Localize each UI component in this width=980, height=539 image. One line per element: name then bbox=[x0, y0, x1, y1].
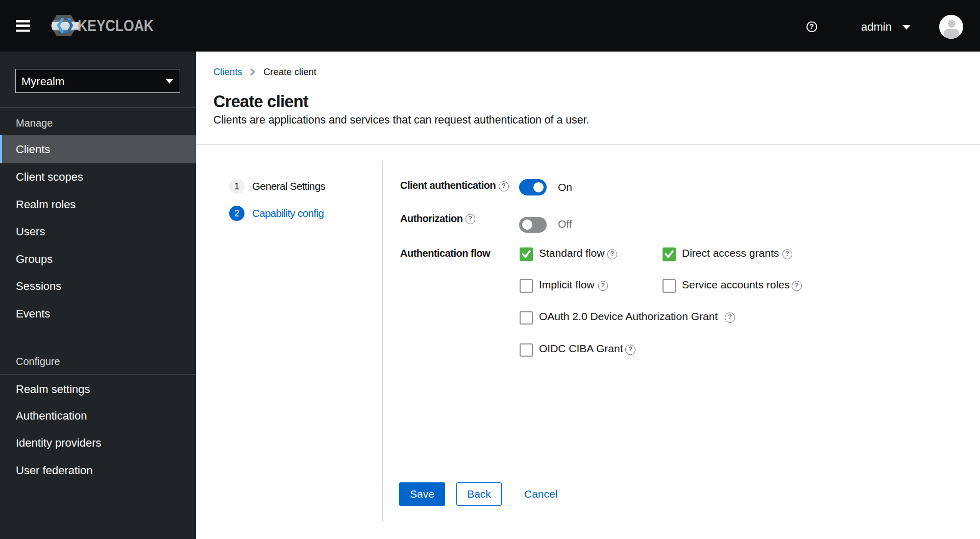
svg-text:KEYCLOAK: KEYCLOAK bbox=[78, 17, 154, 34]
